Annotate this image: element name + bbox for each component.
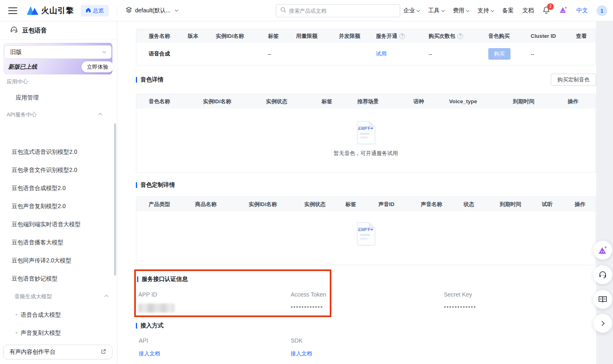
column-header: 实例ID/名称 xyxy=(249,201,304,208)
sidebar: AI 豆包语音 旧版 新版已上线 立即体验 应用中心 应用管理 API服务中心 … xyxy=(0,21,117,364)
column-header: 操作 xyxy=(575,201,595,208)
api-label: API xyxy=(139,337,148,344)
workspace-label: default(默认... xyxy=(135,7,170,14)
sdk-doc-link[interactable]: 接入文档 xyxy=(291,350,312,357)
bottom-link-label: 有声内容创作平台 xyxy=(9,348,56,356)
app-id-masked-value xyxy=(138,304,175,313)
column-header: 查看 xyxy=(576,32,595,40)
service-table-row: 语音合成 – 试用 -- 购买 -- xyxy=(136,43,595,65)
sidebar-item-model[interactable]: 豆包语音播客大模型 xyxy=(0,233,117,251)
column-header: 声音ID xyxy=(378,201,421,208)
empty-state-text: 暂无音色，可开通服务试用 xyxy=(334,150,398,157)
chevron-down-icon xyxy=(491,8,494,12)
tag-cell: – xyxy=(268,51,296,57)
sidebar-item-model[interactable]: 豆包录音文件识别模型2.0 xyxy=(0,161,117,179)
column-header: 语种 xyxy=(413,98,449,105)
search-icon xyxy=(280,7,286,14)
chevron-up-icon xyxy=(105,295,109,299)
trial-link[interactable]: 试用 xyxy=(376,51,387,57)
menu-billing[interactable]: 费用 xyxy=(453,7,469,14)
sidebar-item-app-manage[interactable]: 应用管理 xyxy=(16,94,39,102)
chevron-down-icon xyxy=(417,8,420,12)
column-header: 实例状态 xyxy=(266,98,322,105)
menu-tools[interactable]: 工具 xyxy=(428,7,444,14)
column-header: 服务开通 xyxy=(376,32,429,40)
section-bar xyxy=(137,276,138,282)
group-label-api-center[interactable]: API服务中心 xyxy=(7,111,111,118)
column-header: 状态 xyxy=(464,201,500,208)
search-input[interactable] xyxy=(289,8,384,14)
hamburger-menu-icon[interactable] xyxy=(8,7,17,14)
buy-voice-button[interactable]: 购买 xyxy=(488,48,510,60)
audio-creation-platform-link[interactable]: 有声内容创作平台 xyxy=(3,345,112,359)
buy-custom-voice-button[interactable]: 购买定制音色 xyxy=(551,74,596,86)
api-doc-link[interactable]: 接入文档 xyxy=(139,350,160,357)
chevron-down-icon xyxy=(175,8,178,12)
sdk-label: SDK xyxy=(291,337,303,344)
service-table-header: 服务名称 版本 实例ID/名称 标签 用量限额 并发限额 服务开通 购买次数包 … xyxy=(136,29,595,43)
volcengine-logo[interactable]: 火山引擎 xyxy=(26,4,74,17)
version-select[interactable]: 旧版 xyxy=(4,45,112,59)
logo-text: 火山引擎 xyxy=(41,5,74,16)
section-bar xyxy=(136,323,137,329)
sidebar-item-model[interactable]: 豆包语音妙记模型 xyxy=(0,269,117,287)
customer-service-float-button[interactable] xyxy=(593,265,612,284)
try-now-button[interactable]: 立即体验 xyxy=(82,61,114,72)
bullet-dot xyxy=(16,332,17,334)
external-link-icon xyxy=(100,349,106,356)
mountain-logo-icon xyxy=(26,4,39,17)
voice-detail-empty-state: EMPT 暂无音色，可开通服务试用 xyxy=(136,109,595,157)
column-header: 实例ID/名称 xyxy=(216,32,268,40)
collapse-panel-button[interactable] xyxy=(593,314,612,333)
overview-button[interactable]: 总览 xyxy=(81,5,109,16)
column-header: 服务名称 xyxy=(149,32,188,40)
section-bar xyxy=(136,77,137,83)
sidebar-item-model[interactable]: 豆包声音复刻模型2.0 xyxy=(0,197,117,215)
secret-key-label: Secret Key xyxy=(444,291,472,298)
menu-enterprise[interactable]: 企业 xyxy=(403,7,420,14)
ai-mountain-icon xyxy=(597,245,608,255)
group-label-audio-gen[interactable]: 音频生成大模型 xyxy=(0,287,117,306)
section-bar xyxy=(136,182,137,188)
sidebar-item-model[interactable]: 豆包流式语音识别模型2.0 xyxy=(0,143,117,161)
menu-beian[interactable]: 备案 xyxy=(502,7,514,14)
voice-custom-detail-title: 音色定制详情 xyxy=(136,181,596,189)
notifications-button[interactable]: 2 xyxy=(543,6,550,16)
console-page: 火山引擎 总览 default(默认... xyxy=(0,0,613,364)
sidebar-subitem[interactable]: 声音复刻大模型 xyxy=(0,324,117,342)
group-label-app-center: 应用中心 xyxy=(7,78,28,86)
column-header: 音色购买 xyxy=(488,32,531,40)
sidebar-subitem[interactable]: 流式语音识别大模型 xyxy=(0,360,117,364)
global-search[interactable] xyxy=(276,4,400,17)
language-switcher[interactable]: 中文 xyxy=(576,7,588,14)
cluster-id-cell: -- xyxy=(531,51,576,57)
column-header: 标签 xyxy=(322,98,357,105)
ai-assistant-icon[interactable] xyxy=(559,5,568,16)
home-icon xyxy=(86,7,91,14)
column-header: Voice_type xyxy=(449,98,513,104)
sidebar-scrollbar[interactable] xyxy=(114,123,116,276)
user-avatar[interactable]: 1 xyxy=(597,5,607,16)
column-header: 推荐场景 xyxy=(357,98,413,105)
notification-badge: 2 xyxy=(547,3,554,10)
headset-icon xyxy=(598,270,607,279)
workspace-selector[interactable]: default(默认... xyxy=(126,7,178,14)
top-navigation-bar: 火山引擎 总览 default(默认... xyxy=(0,0,613,21)
sidebar-item-model[interactable]: 豆包语音合成模型2.0 xyxy=(0,179,117,197)
ai-assistant-float-button[interactable] xyxy=(593,241,612,260)
sidebar-item-model[interactable]: 豆包端到端实时语音大模型 xyxy=(0,215,117,233)
menu-support[interactable]: 支持 xyxy=(478,7,494,14)
help-icon[interactable] xyxy=(457,33,463,39)
column-header: 到期时间 xyxy=(500,201,542,208)
bullet-dot xyxy=(16,314,17,315)
service-table: 服务名称 版本 实例ID/名称 标签 用量限额 并发限额 服务开通 购买次数包 … xyxy=(136,29,596,65)
column-header: 操作 xyxy=(568,98,595,105)
menu-docs[interactable]: 文档 xyxy=(522,7,534,14)
sidebar-item-model[interactable]: 豆包同声传译2.0大模型 xyxy=(0,251,117,269)
version-selected-value: 旧版 xyxy=(10,49,22,56)
sidebar-subitem[interactable]: 语音合成大模型 xyxy=(0,306,117,324)
docs-float-button[interactable] xyxy=(593,290,612,309)
help-icon[interactable] xyxy=(399,33,405,39)
column-header: 标签 xyxy=(268,32,296,40)
voice-detail-header: 音色名称 实例ID/名称 实例状态 标签 推荐场景 语种 Voice_type … xyxy=(136,94,595,109)
